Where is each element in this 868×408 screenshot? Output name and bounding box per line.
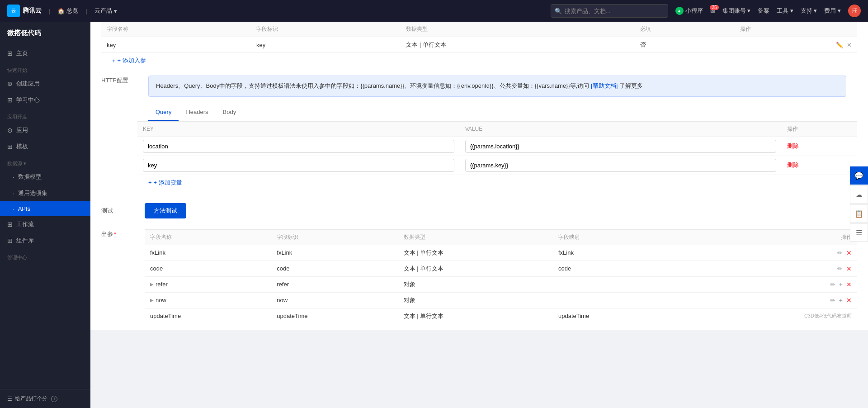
add-icon-now[interactable]: + [839, 297, 843, 304]
kv-ops-cell: 删除 [782, 137, 857, 156]
common-options-icon: · [13, 190, 14, 197]
sidebar: 微搭低代码 ⊞ 主页 快速开始 ⊕ 创建应用 ⊞ 学习中心 应用开发 ⊙ 应用 … [0, 22, 90, 408]
sidebar-item-data-model[interactable]: · 数据模型 [0, 169, 90, 185]
out-field-ops-code: ✏ ✕ [679, 261, 857, 276]
out-field-ops-updatetime: C3D低#低代码布道师 [679, 308, 857, 324]
sidebar-item-common-options[interactable]: · 通用选项集 [0, 185, 90, 201]
add-param-button[interactable]: + + 添加入参 [101, 53, 157, 68]
method-test-button[interactable]: 方法测试 [145, 203, 186, 218]
right-tool-menu[interactable]: ☰ [850, 223, 868, 242]
sidebar-item-label: 创建应用 [16, 80, 40, 88]
create-app-icon: ⊕ [7, 80, 13, 87]
out-params-label: 出参 * [101, 229, 137, 238]
nav-right: ● 小程序 ✉ 25 集团账号 ▾ 备案 工具 ▾ 支持 ▾ 费用 ▾ 珏 [675, 5, 861, 17]
nav-home[interactable]: 🏠 总览 [57, 7, 78, 15]
close-icon-refer[interactable]: ✕ [846, 281, 852, 288]
sidebar-item-label: APIs [18, 205, 30, 212]
edit-row-icon[interactable]: ✏️ [836, 42, 843, 48]
right-tool-doc[interactable]: 📋 [850, 204, 868, 223]
http-config-tabs: Query Headers Body [137, 104, 857, 121]
templates-icon: ⊞ [7, 143, 13, 150]
sidebar-item-label: 工作流 [16, 220, 34, 228]
support-label[interactable]: 支持 ▾ [801, 7, 817, 15]
row-field-name: key [101, 37, 251, 53]
sidebar-section-app-dev: 应用开发 [0, 108, 90, 122]
top-nav: 云 腾讯云 | 🏠 总览 | 云产品 ▾ 🔍 ● 小程序 ✉ 25 集团账号 ▾… [0, 0, 868, 22]
expand-arrow-refer[interactable]: ▶ [150, 282, 154, 287]
param-table: 字段名称 字段标识 数据类型 必填 操作 key key 文本 | 单行文本 否 [101, 22, 857, 53]
account-label[interactable]: 集团账号 ▾ [722, 7, 751, 15]
add-variable-button[interactable]: + + 添加变量 [137, 175, 193, 190]
sidebar-item-workflow[interactable]: ⊞ 工作流 [0, 216, 90, 232]
out-col-type: 数据类型 [398, 229, 553, 245]
nav-search: 🔍 [551, 4, 668, 18]
sidebar-section-quick-start: 快速开始 [0, 62, 90, 76]
sidebar-item-label: 学习中心 [16, 96, 40, 104]
filing-label[interactable]: 备案 [758, 7, 769, 15]
col-field-name: 字段名称 [101, 22, 251, 37]
msg-badge: 25 [710, 5, 718, 10]
nav-separator2: | [85, 8, 87, 14]
out-field-ops-now: ✏ + ✕ [679, 292, 857, 308]
delete-kv-key[interactable]: 删除 [787, 161, 799, 168]
out-row-updatetime: updateTime updateTime 文本 | 单行文本 updateTi… [145, 308, 857, 324]
close-icon-now[interactable]: ✕ [846, 297, 852, 304]
search-icon: 🔍 [555, 8, 562, 14]
sidebar-item-learn[interactable]: ⊞ 学习中心 [0, 92, 90, 108]
kv-key-input-key[interactable] [143, 159, 454, 172]
sidebar-item-component-lib[interactable]: ⊞ 组件库 [0, 232, 90, 249]
search-input[interactable] [565, 8, 664, 14]
out-field-mapping-code: code [553, 261, 679, 276]
out-field-name-fxlink: fxLink [145, 245, 271, 261]
help-doc-link[interactable]: [帮助文档] [591, 82, 618, 89]
delete-kv-location[interactable]: 删除 [787, 142, 799, 149]
out-col-id: 字段标识 [271, 229, 398, 245]
tab-query[interactable]: Query [148, 104, 179, 121]
right-tool-cloud[interactable]: ☁ [850, 185, 868, 204]
user-avatar[interactable]: 珏 [848, 5, 861, 17]
kv-row-location: 删除 [137, 137, 857, 156]
delete-row-icon[interactable]: ✕ [847, 42, 852, 48]
kv-key-input-location[interactable] [143, 140, 454, 153]
row-field-id: key [251, 37, 401, 53]
sidebar-item-apps[interactable]: ⊙ 应用 [0, 122, 90, 138]
expand-arrow-now[interactable]: ▶ [150, 298, 154, 303]
required-star: * [114, 231, 116, 237]
sidebar-item-label: 组件库 [16, 237, 34, 245]
sidebar-item-label: 通用选项集 [18, 189, 47, 197]
right-tool-chat[interactable]: 💬 [850, 166, 868, 185]
main-content: 字段名称 字段标识 数据类型 必填 操作 key key 文本 | 单行文本 否 [90, 22, 868, 408]
col-required: 必填 [635, 22, 735, 37]
http-config-info: Headers、Query、Body中的字段，支持通过模板语法来使用入参中的字段… [148, 76, 846, 97]
out-field-name-refer: ▶ refer [145, 276, 271, 292]
out-field-mapping-refer [553, 276, 679, 292]
account-msg[interactable]: ✉ 25 [710, 8, 715, 14]
edit-icon-refer[interactable]: ✏ [830, 281, 835, 288]
kv-value-input-location[interactable] [465, 140, 777, 153]
sidebar-item-templates[interactable]: ⊞ 模板 [0, 138, 90, 155]
row-required: 否 [635, 37, 735, 53]
close-icon-fxlink[interactable]: ✕ [846, 249, 852, 256]
kv-col-ops: 操作 [782, 121, 857, 137]
tab-body[interactable]: Body [216, 104, 244, 121]
nav-products[interactable]: 云产品 ▾ [94, 7, 117, 15]
edit-icon-now[interactable]: ✏ [830, 297, 835, 304]
table-row: key key 文本 | 单行文本 否 ✏️ ✕ [101, 37, 857, 53]
sidebar-item-create-app[interactable]: ⊕ 创建应用 [0, 76, 90, 92]
close-icon-code[interactable]: ✕ [846, 265, 852, 272]
out-params-content: 字段名称 字段标识 数据类型 字段映射 操作 fxLink fxL [145, 229, 857, 324]
kv-value-cell2 [460, 156, 782, 175]
fee-label[interactable]: 费用 ▾ [824, 7, 841, 15]
add-icon-refer[interactable]: + [839, 281, 843, 288]
out-field-name-now: ▶ now [145, 292, 271, 308]
rate-product[interactable]: ☰ 给产品打个分 i [0, 389, 90, 408]
kv-value-input-key[interactable] [465, 159, 777, 172]
edit-icon-code[interactable]: ✏ [837, 265, 843, 272]
sidebar-item-home[interactable]: ⊞ 主页 [0, 45, 90, 62]
tab-headers[interactable]: Headers [179, 104, 215, 121]
mini-program[interactable]: ● 小程序 [675, 7, 703, 15]
tools-label[interactable]: 工具 ▾ [777, 7, 793, 15]
sidebar-item-apis[interactable]: · APIs [0, 201, 90, 216]
edit-icon-fxlink[interactable]: ✏ [837, 249, 843, 256]
out-field-id-fxlink: fxLink [271, 245, 398, 261]
